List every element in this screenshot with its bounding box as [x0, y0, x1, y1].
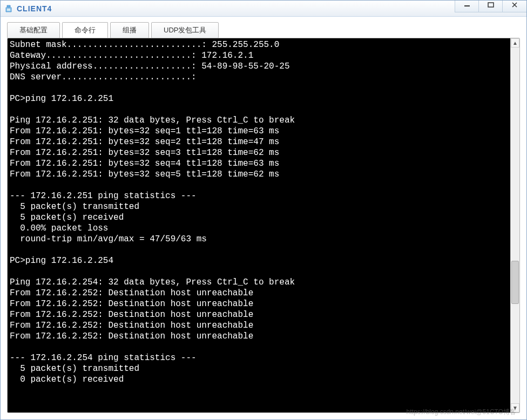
minimize-button[interactable]: [455, 1, 479, 12]
terminal-output[interactable]: Subnet mask..........................: 2…: [8, 38, 510, 412]
tab-label: 基础配置: [19, 25, 48, 35]
app-window: CLIENT4 基础配置 命令行 组播 UDP发包工具: [0, 0, 527, 420]
window-controls: [455, 1, 526, 16]
tab-udp-tool[interactable]: UDP发包工具: [151, 22, 219, 38]
svg-rect-0: [7, 9, 10, 11]
tab-label: 命令行: [75, 25, 96, 35]
app-icon: [4, 4, 13, 13]
tab-label: 组播: [123, 25, 137, 35]
content-area: 基础配置 命令行 组播 UDP发包工具 Subnet mask.........…: [1, 17, 526, 419]
tab-multicast[interactable]: 组播: [110, 22, 149, 38]
scroll-down-button[interactable]: ▼: [511, 403, 519, 412]
tab-bar: 基础配置 命令行 组播 UDP发包工具: [7, 22, 520, 38]
svg-rect-1: [464, 5, 470, 6]
titlebar[interactable]: CLIENT4: [1, 1, 526, 17]
tab-command-line[interactable]: 命令行: [62, 22, 108, 38]
tab-basic-config[interactable]: 基础配置: [7, 22, 60, 38]
vertical-scrollbar[interactable]: ▲ ▼: [510, 38, 519, 412]
scrollbar-thumb[interactable]: [511, 261, 519, 304]
svg-rect-2: [488, 3, 494, 7]
window-title: CLIENT4: [17, 4, 52, 13]
terminal-frame: Subnet mask..........................: 2…: [7, 38, 520, 413]
close-button[interactable]: [502, 1, 526, 12]
tab-label: UDP发包工具: [164, 25, 206, 35]
maximize-button[interactable]: [478, 1, 503, 12]
scrollbar-track[interactable]: [511, 48, 519, 403]
scroll-up-button[interactable]: ▲: [511, 38, 519, 48]
